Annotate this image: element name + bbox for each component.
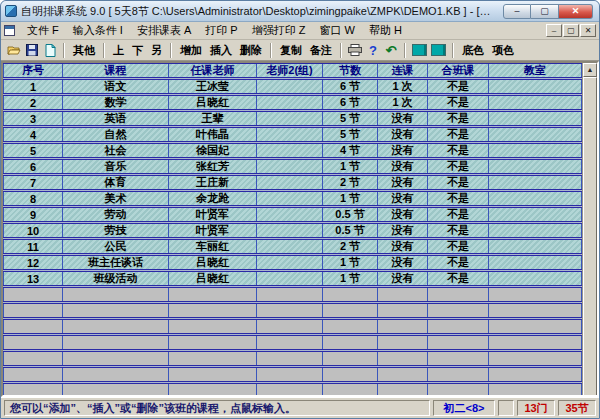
up-button[interactable]: 上 bbox=[109, 42, 128, 59]
cell-index[interactable]: 4 bbox=[3, 128, 63, 141]
cell-consecutive[interactable]: 没有 bbox=[378, 176, 428, 189]
cell-periods[interactable]: 5 节 bbox=[323, 112, 378, 125]
empty-table-row[interactable] bbox=[3, 351, 582, 366]
bg-color-button[interactable]: 底色 bbox=[458, 42, 488, 59]
cell-index[interactable]: 1 bbox=[3, 80, 63, 93]
cell-classroom[interactable] bbox=[489, 256, 582, 269]
cell-teacher2[interactable] bbox=[257, 160, 323, 173]
table-row[interactable]: 8 美术 余龙跄 1 节 没有 不是 bbox=[3, 191, 582, 206]
table-row[interactable]: 11 公民 车丽红 2 节 没有 不是 bbox=[3, 239, 582, 254]
scroll-up-arrow-icon[interactable]: ▲ bbox=[583, 63, 597, 77]
cell-teacher[interactable]: 车丽红 bbox=[169, 240, 257, 253]
cell-classroom[interactable] bbox=[489, 192, 582, 205]
help-icon[interactable]: ? bbox=[364, 42, 382, 58]
cell-teacher[interactable]: 吕晓红 bbox=[169, 256, 257, 269]
empty-table-row[interactable] bbox=[3, 383, 582, 397]
table-row[interactable]: 3 英语 王辈 5 节 没有 不是 bbox=[3, 111, 582, 126]
cell-course[interactable]: 班主任谈话 bbox=[63, 256, 169, 269]
cell-classroom[interactable] bbox=[489, 208, 582, 221]
cell-consecutive[interactable]: 没有 bbox=[378, 240, 428, 253]
cell-classroom[interactable] bbox=[489, 112, 582, 125]
cell-consecutive[interactable]: 1 次 bbox=[378, 80, 428, 93]
note-button[interactable]: 备注 bbox=[306, 42, 336, 59]
cell-combined-class[interactable]: 不是 bbox=[428, 176, 489, 189]
cell-periods[interactable]: 6 节 bbox=[323, 96, 378, 109]
cell-index[interactable]: 2 bbox=[3, 96, 63, 109]
cell-combined-class[interactable]: 不是 bbox=[428, 112, 489, 125]
cell-teacher2[interactable] bbox=[257, 80, 323, 93]
cell-consecutive[interactable]: 没有 bbox=[378, 208, 428, 221]
cell-teacher2[interactable] bbox=[257, 128, 323, 141]
undo-icon[interactable]: ↷ bbox=[382, 42, 400, 58]
menu-item[interactable]: 窗口 W bbox=[313, 21, 362, 40]
cell-teacher[interactable]: 余龙跄 bbox=[169, 192, 257, 205]
empty-table-row[interactable] bbox=[3, 303, 582, 318]
cell-periods[interactable]: 0.5 节 bbox=[323, 208, 378, 221]
table-row[interactable]: 7 体育 王庄新 2 节 没有 不是 bbox=[3, 175, 582, 190]
cell-classroom[interactable] bbox=[489, 160, 582, 173]
cell-teacher2[interactable] bbox=[257, 240, 323, 253]
cell-periods[interactable]: 2 节 bbox=[323, 240, 378, 253]
vertical-scrollbar[interactable]: ▲ ▼ bbox=[582, 63, 597, 397]
cell-index[interactable]: 3 bbox=[3, 112, 63, 125]
cell-combined-class[interactable]: 不是 bbox=[428, 272, 489, 285]
cell-course[interactable]: 社会 bbox=[63, 144, 169, 157]
cell-teacher[interactable]: 叶贤军 bbox=[169, 224, 257, 237]
cell-course[interactable]: 公民 bbox=[63, 240, 169, 253]
cell-consecutive[interactable]: 没有 bbox=[378, 112, 428, 125]
cell-consecutive[interactable]: 没有 bbox=[378, 272, 428, 285]
cell-consecutive[interactable]: 1 次 bbox=[378, 96, 428, 109]
cell-classroom[interactable] bbox=[489, 80, 582, 93]
cell-teacher2[interactable] bbox=[257, 112, 323, 125]
table-row[interactable]: 13 班级活动 吕晓红 1 节 没有 不是 bbox=[3, 271, 582, 286]
cell-course[interactable]: 班级活动 bbox=[63, 272, 169, 285]
cell-teacher[interactable]: 张红芳 bbox=[169, 160, 257, 173]
cell-teacher2[interactable] bbox=[257, 224, 323, 237]
empty-table-row[interactable] bbox=[3, 335, 582, 350]
down-button[interactable]: 下 bbox=[128, 42, 147, 59]
cell-combined-class[interactable]: 不是 bbox=[428, 144, 489, 157]
cell-consecutive[interactable]: 没有 bbox=[378, 144, 428, 157]
cell-combined-class[interactable]: 不是 bbox=[428, 96, 489, 109]
menu-item[interactable]: 增强打印 Z bbox=[245, 21, 313, 40]
cell-index[interactable]: 5 bbox=[3, 144, 63, 157]
cell-classroom[interactable] bbox=[489, 144, 582, 157]
open-file-icon[interactable] bbox=[5, 42, 23, 58]
empty-table-row[interactable] bbox=[3, 319, 582, 334]
cell-index[interactable]: 12 bbox=[3, 256, 63, 269]
cell-consecutive[interactable]: 没有 bbox=[378, 128, 428, 141]
cell-classroom[interactable] bbox=[489, 176, 582, 189]
background-color-swatch[interactable] bbox=[412, 44, 427, 56]
cell-combined-class[interactable]: 不是 bbox=[428, 80, 489, 93]
cell-classroom[interactable] bbox=[489, 272, 582, 285]
table-row[interactable]: 4 自然 叶伟晶 5 节 没有 不是 bbox=[3, 127, 582, 142]
cell-teacher2[interactable] bbox=[257, 272, 323, 285]
item-color-swatch[interactable] bbox=[431, 44, 446, 56]
cell-consecutive[interactable]: 没有 bbox=[378, 192, 428, 205]
cell-combined-class[interactable]: 不是 bbox=[428, 208, 489, 221]
print-icon[interactable] bbox=[346, 42, 364, 58]
cell-periods[interactable]: 2 节 bbox=[323, 176, 378, 189]
cell-classroom[interactable] bbox=[489, 224, 582, 237]
cell-combined-class[interactable]: 不是 bbox=[428, 224, 489, 237]
cell-index[interactable]: 13 bbox=[3, 272, 63, 285]
empty-table-row[interactable] bbox=[3, 367, 582, 382]
menu-item[interactable]: 输入条件 I bbox=[66, 21, 130, 40]
table-row[interactable]: 10 劳技 叶贤军 0.5 节 没有 不是 bbox=[3, 223, 582, 238]
save-icon[interactable] bbox=[23, 42, 41, 58]
cell-teacher[interactable]: 王辈 bbox=[169, 112, 257, 125]
cell-index[interactable]: 9 bbox=[3, 208, 63, 221]
menu-item[interactable]: 文件 F bbox=[20, 21, 66, 40]
cell-index[interactable]: 11 bbox=[3, 240, 63, 253]
cell-teacher[interactable]: 吕晓红 bbox=[169, 96, 257, 109]
cell-teacher2[interactable] bbox=[257, 192, 323, 205]
cell-course[interactable]: 英语 bbox=[63, 112, 169, 125]
cell-index[interactable]: 6 bbox=[3, 160, 63, 173]
cell-teacher[interactable]: 王冰莹 bbox=[169, 80, 257, 93]
cell-course[interactable]: 劳技 bbox=[63, 224, 169, 237]
cell-consecutive[interactable]: 没有 bbox=[378, 224, 428, 237]
maximize-button[interactable]: ▢ bbox=[531, 4, 559, 19]
scrollbar-thumb[interactable] bbox=[583, 77, 597, 397]
cell-teacher[interactable]: 吕晓红 bbox=[169, 272, 257, 285]
cell-consecutive[interactable]: 没有 bbox=[378, 256, 428, 269]
